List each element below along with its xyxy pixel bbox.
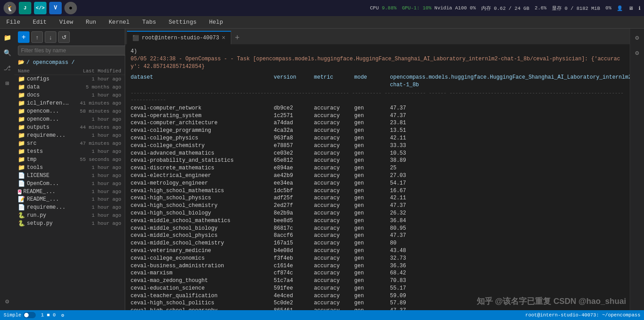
- menu-run[interactable]: Run: [83, 18, 99, 26]
- folder-icon: 📂: [18, 59, 25, 66]
- list-item[interactable]: 📁 data 5 months ago: [14, 83, 125, 91]
- terminal-data-row: ceval-middle_school_biology 86817c accur…: [131, 225, 624, 232]
- main-area: 📁 🔍 ⎇ ⊞ ⚙ + ↑ ↓ ↺ 📂 / opencompass / Name…: [0, 29, 644, 310]
- tab-close-button[interactable]: ×: [222, 34, 225, 42]
- list-item[interactable]: 📁 requireme... 1 hour ago: [14, 131, 125, 139]
- menu-view[interactable]: View: [56, 18, 76, 26]
- list-item[interactable]: 📄 LICENSE 1 hour ago: [14, 172, 125, 180]
- row-dataset: ceval-middle_school_mathematics: [131, 217, 274, 225]
- extensions-icon[interactable]: ⊞: [2, 78, 13, 88]
- sys-icon-screen[interactable]: 🖥: [628, 5, 633, 11]
- gear-status[interactable]: ⚙: [61, 312, 64, 318]
- refresh-button[interactable]: ↺: [58, 31, 70, 43]
- row-metric: accuracy: [314, 180, 354, 187]
- col-metric: metric: [314, 74, 354, 89]
- menu-help[interactable]: Help: [207, 18, 226, 26]
- row-metric: accuracy: [314, 194, 354, 202]
- terminal-data-row: ceval-computer_architecture a74dad accur…: [131, 119, 624, 127]
- row-version: 1dc5bf: [274, 187, 314, 195]
- terminal-data-row: ceval-computer_network db9ce2 accuracy g…: [131, 105, 624, 112]
- row-mode: gen: [354, 217, 390, 225]
- file-name: OpenCom...: [27, 181, 70, 187]
- host-label: root@intern-studio-40073: ~/opencompass: [525, 312, 640, 318]
- upload-button[interactable]: ↑: [31, 31, 43, 43]
- terminal-data-row: ceval-college_economics f3f4eb accuracy …: [131, 255, 624, 262]
- list-item[interactable]: 📁 opencom... 58 minutes ago: [14, 107, 125, 115]
- settings-icon[interactable]: ⚙: [2, 296, 13, 307]
- row-metric: accuracy: [314, 307, 354, 310]
- app-icon-2[interactable]: J: [19, 2, 31, 14]
- col-dataset: dataset: [131, 74, 274, 89]
- terminal-data-row: ceval-electrical_engineer ae42b9 accurac…: [131, 172, 624, 180]
- terminal-tab[interactable]: ⬛ root@intern-studio-40073 ×: [127, 31, 231, 44]
- sys-icon-profile[interactable]: 👤: [617, 5, 623, 11]
- col-score: opencompass.models.huggingface.HuggingFa…: [390, 74, 630, 89]
- list-item[interactable]: 📁 outputs 44 minutes ago: [14, 123, 125, 131]
- row-score: 80: [390, 240, 624, 247]
- new-file-button[interactable]: +: [18, 31, 30, 43]
- search-icon[interactable]: 🔍: [2, 47, 13, 58]
- right-icon-1[interactable]: ⚙: [632, 32, 643, 43]
- toggle-background[interactable]: [23, 312, 36, 318]
- terminal-data-row: ceval-middle_school_chemistry 167a15 acc…: [131, 240, 624, 247]
- row-dataset: ceval-marxism: [131, 269, 274, 277]
- add-tab-button[interactable]: +: [231, 31, 243, 44]
- list-item[interactable]: 📁 opencom... 1 hour ago: [14, 115, 125, 123]
- menu-tabs[interactable]: Tabs: [140, 18, 159, 26]
- folder-icon: 📁: [18, 84, 25, 91]
- row-score: 33.33: [390, 142, 624, 150]
- row-metric: accuracy: [314, 142, 354, 150]
- right-icon-2[interactable]: ⚙: [632, 47, 643, 58]
- list-item[interactable]: 📁 tmp 55 seconds ago: [14, 156, 125, 164]
- list-item[interactable]: M README_... 1 hour ago: [14, 188, 125, 195]
- row-dataset: ceval-probability_and_statistics: [131, 157, 274, 164]
- folder-icon: 📁: [18, 148, 25, 155]
- row-mode: gen: [354, 127, 390, 135]
- app-icon-3[interactable]: </>: [34, 2, 47, 14]
- terminal-data-row: ceval-teacher_qualification 4e4ced accur…: [131, 292, 624, 300]
- menu-file[interactable]: File: [4, 18, 23, 26]
- row-metric: accuracy: [314, 187, 354, 195]
- file-modified: 47 minutes ago: [72, 141, 121, 146]
- menu-kernel[interactable]: Kernel: [106, 18, 132, 26]
- row-dataset: ceval-advanced_mathematics: [131, 150, 274, 157]
- list-item[interactable]: 📁 tests 1 hour ago: [14, 147, 125, 156]
- app-icon-5[interactable]: ●: [64, 2, 77, 14]
- list-item[interactable]: 📁 tools 1 hour ago: [14, 164, 125, 172]
- terminal-col-header: dataset version metric mode opencompass.…: [131, 74, 624, 89]
- sys-icon-info[interactable]: ℹ: [639, 5, 640, 11]
- list-item[interactable]: 🐍 setup.py 1 hour ago: [14, 219, 125, 227]
- app-icon-1[interactable]: 🐧: [4, 2, 16, 14]
- file-modified: 1 hour ago: [72, 189, 121, 194]
- list-item[interactable]: 📁 src 47 minutes ago: [14, 139, 125, 147]
- file-modified: 41 minutes ago: [72, 101, 121, 106]
- filter-input[interactable]: [18, 46, 128, 55]
- list-item[interactable]: 📄 requireme... 1 hour ago: [14, 203, 125, 211]
- terminal-content[interactable]: 4)05/05 22:43:38 - OpenCompass - - Task …: [125, 44, 630, 310]
- app-icon-4[interactable]: V: [49, 2, 62, 14]
- row-version: ce03e2: [274, 150, 314, 157]
- list-item[interactable]: 📁 docs 1 hour ago: [14, 91, 125, 99]
- list-item[interactable]: 📝 README_... 1 hour ago: [14, 195, 125, 203]
- simple-toggle[interactable]: Simple: [4, 312, 36, 318]
- list-item[interactable]: 📁 configs 1 hour ago: [14, 75, 125, 83]
- row-version: 5c0de2: [274, 299, 314, 307]
- menu-edit[interactable]: Edit: [30, 18, 49, 26]
- file-name: outputs: [27, 124, 70, 131]
- git-icon[interactable]: ⎇: [2, 63, 13, 73]
- list-item[interactable]: 🐍 run.py 1 hour ago: [14, 211, 125, 219]
- explorer-icon[interactable]: 📁: [2, 32, 13, 43]
- vram-pct: 0%: [606, 5, 611, 11]
- markdown-icon: M: [18, 188, 21, 195]
- list-item[interactable]: 📄 OpenCom... 1 hour ago: [14, 180, 125, 188]
- menu-settings[interactable]: Settings: [166, 18, 199, 26]
- cpu-stat: CPU 9.88%: [370, 5, 396, 11]
- terminal-separator: ----------------------------------------…: [131, 90, 624, 104]
- row-dataset: ceval-mao_zedong_thought: [131, 277, 274, 285]
- list-item[interactable]: 📁 icl_inferen... 41 minutes ago: [14, 99, 125, 107]
- file-modified: 1 hour ago: [72, 93, 121, 98]
- file-name: README_...: [27, 196, 70, 202]
- download-button[interactable]: ↓: [45, 31, 56, 43]
- row-score: 23.81: [390, 119, 624, 127]
- vram-stat: 显存 0 / 8182 MiB: [552, 5, 600, 12]
